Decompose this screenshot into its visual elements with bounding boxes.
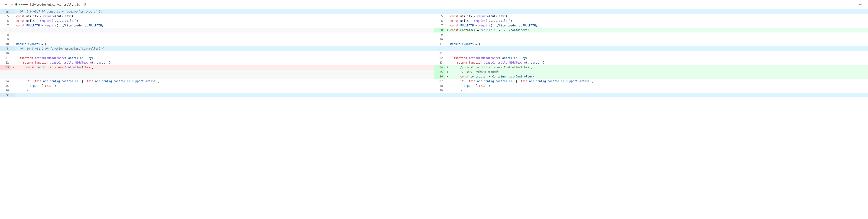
diff-line[interactable]: 83 return function classControllerMiddle…: [434, 60, 868, 65]
line-number[interactable]: 81: [434, 51, 445, 56]
line-number[interactable]: 80: [0, 51, 11, 56]
diff-line[interactable]: 84 if (!this.app.config.controller || !t…: [0, 79, 434, 84]
line-number[interactable]: 10: [434, 37, 445, 42]
line-number[interactable]: 5: [434, 14, 445, 19]
diff-line[interactable]: 82 function methodToMiddleware(Controlle…: [434, 56, 868, 60]
expand-footer-space: [15, 93, 868, 97]
code-content: const FULLPATH = require('../file_loader…: [450, 23, 868, 28]
file-header-left: 5 lib/loader/mixin/controller.js: [4, 2, 87, 7]
diff-bar-add: [21, 4, 22, 5]
more-menu-button[interactable]: ···: [857, 2, 864, 7]
diff-line[interactable]: 6const utils = require('../../utils');: [0, 19, 434, 23]
diff-line[interactable]: 83- const controller = new Controller(th…: [0, 65, 434, 70]
hunk-header-text: @@ -80,7 +81,9 @@ function wrapClass(Con…: [15, 46, 868, 51]
diff-line[interactable]: 5const utility = require('utility');: [434, 14, 868, 19]
diff-line[interactable]: 80: [0, 51, 434, 56]
expand-up-icon: [6, 49, 9, 50]
diff-line[interactable]: 81: [434, 51, 868, 56]
diff-line[interactable]: 8+const Container = require('../../../co…: [434, 28, 868, 32]
code-content: const Container = require('../../../cont…: [450, 28, 868, 32]
code-content: args = [ this ];: [450, 84, 868, 88]
diff-line[interactable]: 88 args = [ this ];: [434, 84, 868, 88]
kebab-icon: ···: [859, 3, 862, 6]
diff-line[interactable]: 7const FULLPATH = require('../file_loade…: [434, 23, 868, 28]
diff-marker: [445, 14, 450, 19]
diff-line[interactable]: 8: [0, 32, 434, 37]
diff-line[interactable]: 81 function methodToMiddleware(Controlle…: [0, 56, 434, 60]
diff-split-view: 5const utility = require('utility');6con…: [0, 14, 868, 46]
code-content: const utility = require('utility');: [450, 14, 868, 19]
code-content: [450, 32, 868, 37]
diff-line[interactable]: 6const utils = require('../../utils');: [434, 19, 868, 23]
diff-line[interactable]: 7const FULLPATH = require('../file_loade…: [0, 23, 434, 28]
diff-line[interactable]: 86 }: [0, 88, 434, 93]
line-number[interactable]: 5: [0, 14, 11, 19]
expand-down-button[interactable]: [0, 93, 15, 97]
line-number[interactable]: 7: [0, 23, 11, 28]
line-number[interactable]: 9: [0, 37, 11, 42]
line-number[interactable]: 86: [0, 88, 11, 93]
code-content: module.exports = {: [16, 42, 434, 46]
diff-line[interactable]: [0, 28, 434, 32]
line-number[interactable]: 9: [434, 32, 445, 37]
expand-both-button[interactable]: [0, 46, 15, 51]
diff-count: 5: [15, 3, 17, 6]
line-number[interactable]: 84: [0, 79, 11, 84]
diff-marker: +: [445, 74, 450, 79]
line-number[interactable]: 85: [434, 70, 445, 74]
diff-marker: [445, 42, 450, 46]
diff-line[interactable]: 89 }: [434, 88, 868, 93]
line-number[interactable]: 82: [0, 60, 11, 65]
diff-marker: [445, 60, 450, 65]
diff-line[interactable]: 85+ // TODO: 处理app 参数问题: [434, 70, 868, 74]
diff-line[interactable]: 10: [434, 37, 868, 42]
drag-handle-icon[interactable]: [10, 3, 13, 6]
diff-marker: [445, 84, 450, 88]
diff-line[interactable]: 87 if (!this.app.config.controller || !t…: [434, 79, 868, 84]
diff-line[interactable]: 11module.exports = {: [434, 42, 868, 46]
diff-line[interactable]: 86+ const controller = Container.get(Con…: [434, 74, 868, 79]
expand-up-icon: [6, 10, 9, 13]
line-number[interactable]: 83: [0, 65, 11, 70]
line-number[interactable]: 86: [434, 74, 445, 79]
code-content: }: [450, 88, 868, 93]
line-number[interactable]: 89: [434, 88, 445, 93]
diff-marker: [11, 56, 16, 60]
line-number[interactable]: 84: [434, 65, 445, 70]
line-number[interactable]: 10: [0, 42, 11, 46]
code-content: const FULLPATH = require('../file_loader…: [16, 23, 434, 28]
file-path[interactable]: lib/loader/mixin/controller.js: [30, 3, 80, 6]
line-number[interactable]: 6: [434, 19, 445, 23]
collapse-button[interactable]: [4, 2, 8, 7]
diff-marker: [11, 23, 16, 28]
diff-line[interactable]: 5const utility = require('utility');: [0, 14, 434, 19]
line-number[interactable]: 81: [0, 56, 11, 60]
line-number[interactable]: 8: [0, 32, 11, 37]
line-number[interactable]: 88: [434, 84, 445, 88]
line-number[interactable]: 85: [0, 84, 11, 88]
line-number[interactable]: 7: [434, 23, 445, 28]
diff-line[interactable]: 85 args = [ this ];: [0, 84, 434, 88]
diff-line[interactable]: [0, 70, 434, 74]
line-number[interactable]: 87: [434, 79, 445, 84]
chevron-down-icon: [5, 3, 7, 6]
diff-line[interactable]: 84+ // const controller = new Controller…: [434, 65, 868, 70]
hunk-header-text: @@ -5,6 +5,7 @@ const is = require('is-t…: [15, 9, 868, 14]
line-number[interactable]: 6: [0, 19, 11, 23]
line-number[interactable]: 83: [434, 60, 445, 65]
expand-up-button[interactable]: [0, 9, 15, 14]
diff-marker: -: [11, 65, 16, 70]
diff-line[interactable]: 82 return function classControllerMiddle…: [0, 60, 434, 65]
diff-line[interactable]: 9: [434, 32, 868, 37]
diff-line[interactable]: 9: [0, 37, 434, 42]
diff-left-side: 5const utility = require('utility');6con…: [0, 14, 434, 46]
line-number[interactable]: 82: [434, 56, 445, 60]
line-number[interactable]: 11: [434, 42, 445, 46]
code-content: [450, 51, 868, 56]
diff-line[interactable]: [0, 74, 434, 79]
copy-path-button[interactable]: [82, 2, 87, 7]
diff-marker: [445, 56, 450, 60]
line-number[interactable]: 8: [434, 28, 445, 32]
diff-line[interactable]: 10module.exports = {: [0, 42, 434, 46]
code-content: [16, 37, 434, 42]
